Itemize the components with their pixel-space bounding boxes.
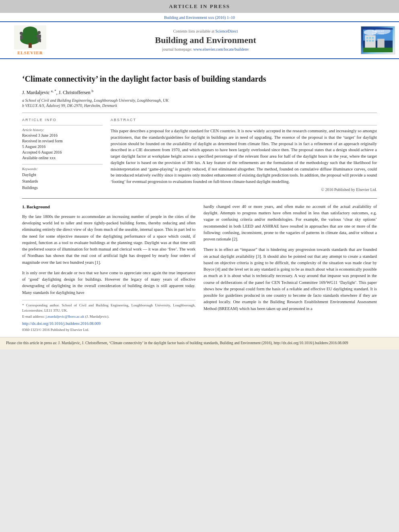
svg-rect-24 <box>372 40 374 41</box>
svg-text:Building and: Building and <box>372 30 384 32</box>
keyword-daylight: Daylight <box>22 172 103 178</box>
abstract-label: ABSTRACT <box>111 118 377 122</box>
svg-rect-22 <box>366 40 368 41</box>
history-label: Article history: <box>22 128 103 132</box>
header-divider <box>22 113 377 113</box>
affiliation-a: a School of Civil and Building Engineeri… <box>22 98 377 103</box>
paper-content: ‘Climate connectivity’ in the daylight f… <box>0 59 399 337</box>
journal-header-center: Contents lists available at ScienceDirec… <box>56 29 355 51</box>
footnote-email-link[interactable]: j.mardaljevic@lboro.ac.uk <box>45 314 84 318</box>
sciencedirect-line: Contents lists available at ScienceDirec… <box>56 29 355 33</box>
abstract-text: This paper describes a proposal for a da… <box>111 128 377 185</box>
svg-rect-21 <box>372 37 374 39</box>
authors-line: J. Mardaljevic a, *, J. Christoffersen b <box>22 89 377 96</box>
section1-heading: 1. Background <box>22 203 195 210</box>
history-revised-date: 5 August 2016 <box>22 144 103 150</box>
journal-thumbnail: Building and Environment <box>361 26 395 54</box>
keyword-standards: Standards <box>22 178 103 185</box>
article-info-column: ARTICLE INFO Article history: Received 3… <box>22 118 103 192</box>
svg-point-11 <box>20 32 23 35</box>
body-section: 1. Background By the late 1800s the pres… <box>22 203 377 333</box>
keyword-buildings: Buildings <box>22 185 103 191</box>
journal-title-line: Building and Environment xxx (2016) 1–10 <box>0 13 399 21</box>
svg-rect-8 <box>39 35 41 38</box>
sciencedirect-link[interactable]: ScienceDirect <box>215 29 238 33</box>
doi-link[interactable]: http://dx.doi.org/10.1016/j.buildenv.201… <box>22 320 195 327</box>
body-col-left: 1. Background By the late 1800s the pres… <box>22 203 195 333</box>
history-accepted: Accepted 6 August 2016 <box>22 150 103 155</box>
issn-line: 0360-1323/© 2016 Published by Elsevier L… <box>22 327 195 333</box>
svg-rect-19 <box>366 37 368 39</box>
svg-point-5 <box>37 31 41 34</box>
keywords-label: Keywords: <box>22 167 103 171</box>
body-col2-para1: hardly changed over 40 or more years, an… <box>204 203 377 243</box>
keywords-subsection: Keywords: Daylight Standards Buildings <box>22 164 103 191</box>
article-in-press-banner: ARTICLE IN PRESS <box>0 0 399 13</box>
svg-rect-4 <box>29 43 32 48</box>
body-col2-para2: There is in effect an “impasse” that is … <box>204 246 377 312</box>
article-info-label: ARTICLE INFO <box>22 118 103 122</box>
affiliation-b: b VELUX A/S, Ådalsvej 99, DK-2970, Hørsh… <box>22 103 377 108</box>
body-col1-para2: It is only over the last decade or two t… <box>22 270 195 296</box>
svg-rect-23 <box>369 40 371 41</box>
citation-bar: Please cite this article in press as: J.… <box>0 337 399 349</box>
elsevier-logo-block: ELSEVIER <box>4 25 56 55</box>
footnote-corresponding: * Corresponding author. School of Civil … <box>22 303 195 313</box>
elsevier-wordmark: ELSEVIER <box>17 50 43 55</box>
journal-main-title: Building and Environment <box>56 35 355 45</box>
homepage-line: journal homepage: www.elsevier.com/locat… <box>56 47 355 51</box>
svg-rect-7 <box>37 35 38 38</box>
svg-rect-12 <box>20 35 23 39</box>
abstract-column: ABSTRACT This paper describes a proposal… <box>111 118 377 192</box>
article-info-abstract-section: ARTICLE INFO Article history: Received 3… <box>22 118 377 192</box>
journal-header: ELSEVIER Contents lists available at Sci… <box>0 21 399 59</box>
body-divider <box>22 198 377 199</box>
history-available: Available online xxx <box>22 155 103 161</box>
article-info-block: Article history: Received 3 June 2016 Re… <box>22 125 103 191</box>
footnote-email: E-mail address: j.mardaljevic@lboro.ac.u… <box>22 314 195 319</box>
body-col-right: hardly changed over 40 or more years, an… <box>204 203 377 333</box>
history-received: Received 3 June 2016 <box>22 133 103 138</box>
history-revised-label: Received in revised form <box>22 138 103 144</box>
article-history-subsection: Article history: Received 3 June 2016 Re… <box>22 128 103 161</box>
svg-rect-9 <box>37 39 39 42</box>
svg-rect-20 <box>369 37 371 39</box>
elsevier-tree-icon <box>14 25 46 49</box>
journal-thumbnail-block: Building and Environment <box>355 26 395 54</box>
svg-text:Environment: Environment <box>372 33 384 35</box>
body-col1-para1: By the late 1800s the pressure to accomm… <box>22 214 195 266</box>
svg-rect-10 <box>39 39 41 42</box>
footnote-area: * Corresponding author. School of Civil … <box>22 300 195 333</box>
paper-title: ‘Climate connectivity’ in the daylight f… <box>22 74 377 84</box>
copyright-line: © 2016 Published by Elsevier Ltd. <box>111 187 377 192</box>
svg-rect-25 <box>363 48 393 52</box>
homepage-link[interactable]: www.elsevier.com/locate/buildenv <box>193 47 249 51</box>
